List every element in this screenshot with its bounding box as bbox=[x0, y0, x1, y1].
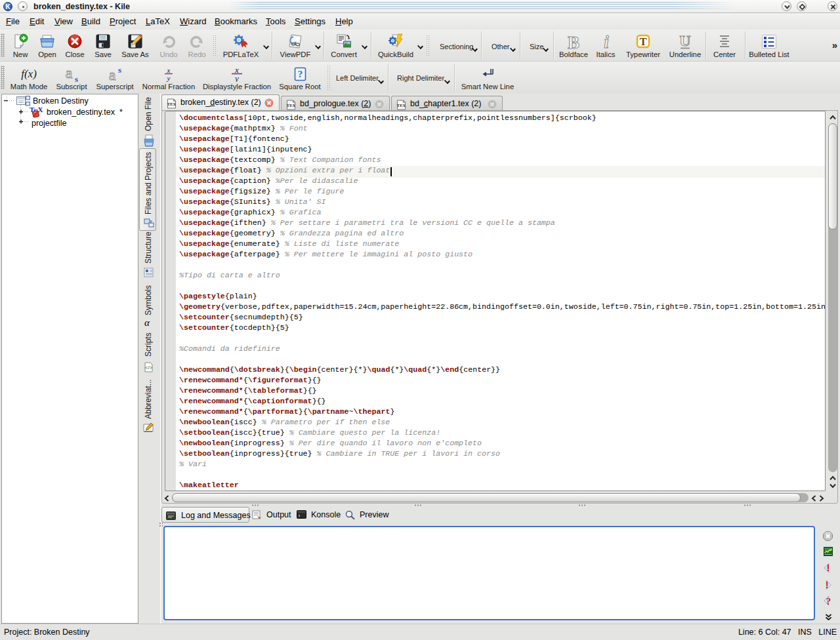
svg-text:a: a bbox=[109, 66, 116, 82]
svg-text:a: a bbox=[66, 66, 73, 81]
svg-text:</>: </> bbox=[145, 365, 153, 370]
svg-text:T: T bbox=[640, 36, 647, 47]
svg-text:TEX: TEX bbox=[287, 103, 296, 108]
svg-text:!: ! bbox=[826, 580, 829, 590]
svg-text:B: B bbox=[568, 33, 579, 50]
svg-text:i: i bbox=[604, 33, 609, 50]
svg-text:s: s bbox=[118, 66, 121, 75]
svg-text:x: x bbox=[167, 66, 171, 74]
svg-text:TEX: TEX bbox=[397, 103, 406, 108]
svg-text:TEX: TEX bbox=[167, 102, 177, 106]
svg-text:!: ! bbox=[827, 563, 830, 573]
svg-text:?: ? bbox=[826, 596, 831, 607]
svg-text:?: ? bbox=[298, 69, 303, 79]
svg-text:y: y bbox=[167, 74, 171, 82]
svg-text:f(x): f(x) bbox=[21, 68, 37, 80]
svg-text:y: y bbox=[234, 73, 239, 82]
svg-text:s: s bbox=[75, 74, 78, 82]
svg-text:U: U bbox=[679, 33, 690, 49]
